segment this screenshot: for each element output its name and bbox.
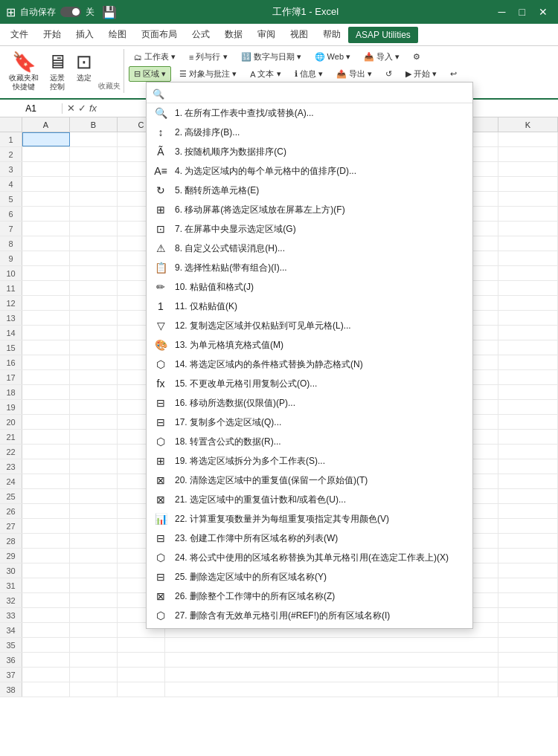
ribbon-btn-remote[interactable]: 🖥 远景控制 <box>43 49 71 93</box>
cell-k37[interactable] <box>498 668 558 682</box>
cell-b34[interactable] <box>70 623 118 637</box>
cell-b38[interactable] <box>70 682 118 697</box>
ribbon-btn-colrow[interactable]: ≡列与行 ▾ <box>184 49 232 65</box>
ribbon-btn-undo[interactable]: ↩ <box>445 66 462 82</box>
cell-k34[interactable] <box>498 623 558 637</box>
cell-k12[interactable] <box>498 296 558 310</box>
cell-a14[interactable] <box>22 326 70 340</box>
cell-b26[interactable] <box>70 504 118 518</box>
cell-a7[interactable] <box>22 222 70 236</box>
cell-b15[interactable] <box>70 340 118 355</box>
cell-k22[interactable] <box>498 445 558 459</box>
list-item[interactable]: ⊠ 20. 清除选定区域中的重复值(保留一个原始值)(T) <box>147 471 472 490</box>
cell-k15[interactable] <box>498 340 558 355</box>
cell-k31[interactable] <box>498 578 558 592</box>
cell-k14[interactable] <box>498 326 558 340</box>
list-item[interactable]: ⊠ 21. 选定区域中的重复值计数和/或着色(U)... <box>147 490 472 509</box>
cell-c38[interactable] <box>118 682 165 697</box>
list-item[interactable]: fx 15. 不更改单元格引用复制公式(O)... <box>147 374 472 393</box>
cell-k19[interactable] <box>498 400 558 414</box>
list-item[interactable]: ⊟ 25. 删除选定区域中的所有区域名称(Y) <box>147 567 472 587</box>
cell-k2[interactable] <box>498 147 558 161</box>
cell-a2[interactable] <box>22 147 70 161</box>
list-item[interactable]: ⬡ 18. 转置含公式的数据(R)... <box>147 432 472 451</box>
cell-k8[interactable] <box>498 236 558 251</box>
cell-b3[interactable] <box>70 162 118 176</box>
cell-rest-36[interactable] <box>165 653 498 667</box>
ribbon-btn-objcomment[interactable]: ☰对象与批注 ▾ <box>174 66 242 82</box>
cancel-formula-icon[interactable]: ✕ <box>67 103 75 114</box>
cell-b32[interactable] <box>70 593 118 607</box>
menu-view[interactable]: 视图 <box>283 25 315 44</box>
col-header-k[interactable]: K <box>498 117 558 132</box>
save-icon[interactable]: 💾 <box>102 5 117 19</box>
menu-help[interactable]: 帮助 <box>315 25 348 44</box>
ribbon-btn-area[interactable]: ⊟区域 ▾ <box>129 66 171 82</box>
cell-rest-38[interactable] <box>165 682 498 697</box>
cell-k16[interactable] <box>498 355 558 369</box>
cell-b21[interactable] <box>70 430 118 444</box>
cell-b33[interactable] <box>70 608 118 622</box>
list-item[interactable]: A≡ 4. 为选定区域内的每个单元格中的值排序(D)... <box>147 161 472 181</box>
list-item[interactable]: 🎨 13. 为单元格填充格式值(M) <box>147 335 472 355</box>
cell-b30[interactable] <box>70 563 118 578</box>
cell-b20[interactable] <box>70 415 118 429</box>
search-input[interactable] <box>169 89 466 100</box>
cell-k30[interactable] <box>498 563 558 578</box>
cell-c37[interactable] <box>118 668 165 682</box>
cell-a12[interactable] <box>22 296 70 310</box>
cell-k21[interactable] <box>498 430 558 444</box>
minimize-button[interactable]: ─ <box>494 4 510 19</box>
list-item[interactable]: ⊟ 17. 复制多个选定区域(Q)... <box>147 413 472 432</box>
cell-b2[interactable] <box>70 147 118 161</box>
cell-b25[interactable] <box>70 489 118 503</box>
cell-a28[interactable] <box>22 534 70 548</box>
cell-a11[interactable] <box>22 281 70 295</box>
cell-reference[interactable] <box>3 103 62 114</box>
cell-a20[interactable] <box>22 415 70 429</box>
list-item[interactable]: ⚠ 8. 自定义公式错误消息(H)... <box>147 239 472 258</box>
cell-k5[interactable] <box>498 192 558 206</box>
cell-b14[interactable] <box>70 326 118 340</box>
cell-a13[interactable] <box>22 311 70 325</box>
list-item[interactable]: ✏ 10. 粘贴值和格式(J) <box>147 277 472 297</box>
cell-a15[interactable] <box>22 340 70 355</box>
cell-a38[interactable] <box>22 682 70 697</box>
cell-b11[interactable] <box>70 281 118 295</box>
cell-a1[interactable] <box>22 132 70 146</box>
ribbon-btn-worksheet[interactable]: 🗂工作表 ▾ <box>129 49 181 65</box>
cell-a10[interactable] <box>22 266 70 280</box>
cell-b8[interactable] <box>70 236 118 251</box>
cell-c36[interactable] <box>118 653 165 667</box>
cell-k18[interactable] <box>498 385 558 399</box>
autosave-toggle[interactable] <box>60 7 81 17</box>
cell-a37[interactable] <box>22 668 70 682</box>
cell-a16[interactable] <box>22 355 70 369</box>
cell-k27[interactable] <box>498 519 558 533</box>
cell-k38[interactable] <box>498 682 558 697</box>
menu-review[interactable]: 审阅 <box>250 25 283 44</box>
cell-k24[interactable] <box>498 474 558 488</box>
cell-a25[interactable] <box>22 489 70 503</box>
cell-a22[interactable] <box>22 445 70 459</box>
cell-b22[interactable] <box>70 445 118 459</box>
ribbon-btn-web[interactable]: 🌐Web ▾ <box>310 49 356 65</box>
cell-a32[interactable] <box>22 593 70 607</box>
cell-a5[interactable] <box>22 192 70 206</box>
list-item[interactable]: ⊞ 19. 将选定区域拆分为多个工作表(S)... <box>147 451 472 471</box>
cell-a18[interactable] <box>22 385 70 399</box>
cell-k33[interactable] <box>498 608 558 622</box>
cell-a9[interactable] <box>22 251 70 265</box>
list-item[interactable]: ⬡ 24. 将公式中使用的区域名称替换为其单元格引用(在选定工作表上)(X) <box>147 548 472 567</box>
fx-icon[interactable]: fx <box>89 103 97 114</box>
cell-b23[interactable] <box>70 459 118 474</box>
menu-home[interactable]: 开始 <box>36 25 68 44</box>
cell-a35[interactable] <box>22 638 70 652</box>
list-item[interactable]: ⊠ 26. 删除整个工作簿中的所有区域名称(Z) <box>147 587 472 606</box>
cell-a36[interactable] <box>22 653 70 667</box>
menu-draw[interactable]: 绘图 <box>101 25 134 44</box>
cell-k32[interactable] <box>498 593 558 607</box>
cell-a23[interactable] <box>22 459 70 474</box>
cell-a30[interactable] <box>22 563 70 578</box>
cell-b4[interactable] <box>70 177 118 191</box>
